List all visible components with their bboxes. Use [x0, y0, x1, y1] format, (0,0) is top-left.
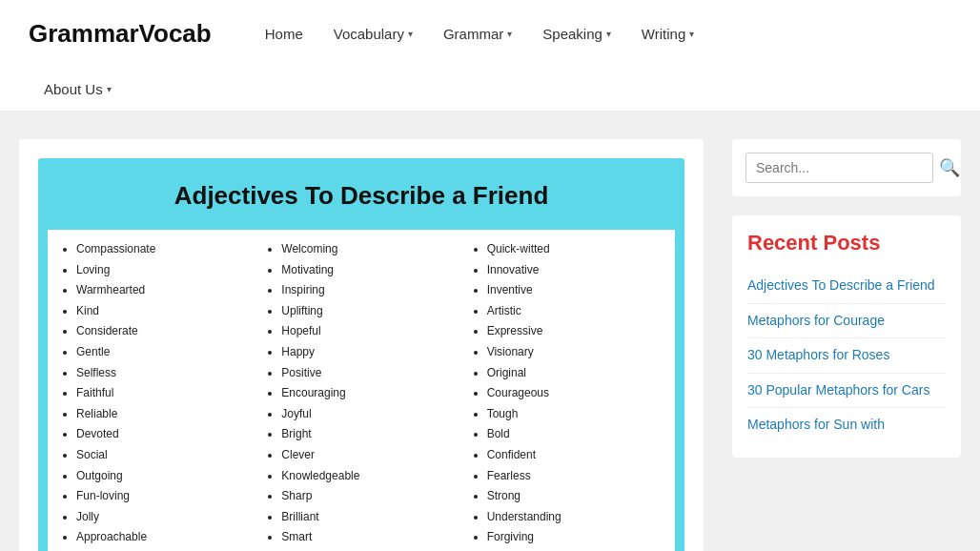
nav-item-about[interactable]: About Us ▾	[29, 68, 127, 111]
recent-post-roses[interactable]: 30 Metaphors for Roses	[747, 338, 946, 374]
adjectives-col-1: Compassionate Loving Warmhearted Kind Co…	[53, 239, 258, 548]
nav-second-row: About Us ▾	[29, 68, 951, 111]
search-box: 🔍	[732, 139, 961, 196]
adjectives-grid: Compassionate Loving Warmhearted Kind Co…	[48, 230, 675, 551]
chevron-down-icon: ▾	[606, 29, 611, 39]
list-item: Inspiring	[281, 280, 458, 301]
header: GrammarVocab Home Vocabulary ▾ Grammar ▾…	[0, 0, 980, 111]
list-item: Smart	[281, 527, 458, 548]
list-item: Quick-witted	[487, 239, 664, 260]
nav-item-grammar[interactable]: Grammar ▾	[428, 2, 527, 66]
list-item: Courageous	[487, 383, 664, 404]
recent-post-courage[interactable]: Metaphors for Courage	[747, 304, 946, 339]
sidebar: 🔍 Recent Posts Adjectives To Describe a …	[732, 139, 961, 458]
recent-post-cars[interactable]: 30 Popular Metaphors for Cars	[747, 374, 946, 409]
chevron-down-icon: ▾	[107, 84, 112, 94]
list-item: Strong	[487, 486, 664, 507]
recent-posts-box: Recent Posts Adjectives To Describe a Fr…	[732, 215, 961, 458]
list-item: Compassionate	[76, 239, 253, 260]
list-item: Innovative	[487, 260, 664, 281]
list-item: Jolly	[76, 507, 253, 528]
featured-image: Adjectives To Describe a Friend Compassi…	[38, 158, 684, 551]
recent-post-adjectives[interactable]: Adjectives To Describe a Friend	[747, 269, 946, 304]
nav-item-speaking[interactable]: Speaking ▾	[527, 2, 626, 66]
site-logo[interactable]: GrammarVocab	[29, 0, 212, 68]
list-item: Devoted	[76, 424, 253, 445]
nav-item-vocabulary[interactable]: Vocabulary ▾	[318, 2, 428, 66]
list-item: Artistic	[487, 301, 664, 322]
list-item: Bright	[281, 424, 458, 445]
list-item: Faithful	[76, 383, 253, 404]
list-item: Welcoming	[281, 239, 458, 260]
list-item: Positive	[281, 363, 458, 384]
list-item: Understanding	[487, 507, 664, 528]
chevron-down-icon: ▾	[507, 29, 512, 39]
list-item: Brilliant	[281, 507, 458, 528]
adjectives-list-2: Welcoming Motivating Inspiring Uplifting…	[264, 239, 458, 548]
nav-label-speaking: Speaking	[542, 26, 602, 42]
recent-post-sun[interactable]: Metaphors for Sun with	[747, 408, 946, 442]
list-item: Clever	[281, 445, 458, 466]
list-item: Loving	[76, 260, 253, 281]
list-item: Expressive	[487, 321, 664, 342]
list-item: Fearless	[487, 466, 664, 487]
list-item: Motivating	[281, 260, 458, 281]
list-item: Selfless	[76, 363, 253, 384]
adjectives-list-3: Quick-witted Innovative Inventive Artist…	[470, 239, 664, 548]
list-item: Considerate	[76, 321, 253, 342]
list-item: Reliable	[76, 404, 253, 425]
nav-label-vocabulary: Vocabulary	[334, 26, 404, 42]
nav-label-home: Home	[265, 26, 303, 42]
list-item: Fun-loving	[76, 486, 253, 507]
nav-item-home[interactable]: Home	[250, 2, 318, 66]
list-item: Confident	[487, 445, 664, 466]
list-item: Inventive	[487, 280, 664, 301]
search-input[interactable]	[745, 153, 933, 183]
list-item: Tough	[487, 404, 664, 425]
nav-label-grammar: Grammar	[443, 26, 503, 42]
list-item: Forgiving	[487, 527, 664, 548]
list-item: Joyful	[281, 404, 458, 425]
list-item: Bold	[487, 424, 664, 445]
list-item: Encouraging	[281, 383, 458, 404]
search-icon: 🔍	[939, 158, 960, 177]
adjectives-col-2: Welcoming Motivating Inspiring Uplifting…	[258, 239, 463, 548]
list-item: Uplifting	[281, 301, 458, 322]
list-item: Social	[76, 445, 253, 466]
chevron-down-icon: ▾	[408, 29, 413, 39]
main-wrapper: Adjectives To Describe a Friend Compassi…	[0, 111, 980, 551]
list-item: Original	[487, 363, 664, 384]
nav-label-writing: Writing	[642, 26, 685, 42]
search-button[interactable]: 🔍	[939, 157, 960, 178]
adjectives-list-1: Compassionate Loving Warmhearted Kind Co…	[59, 239, 253, 548]
nav-top: Home Vocabulary ▾ Grammar ▾ Speaking ▾ W…	[250, 2, 710, 66]
recent-posts-title: Recent Posts	[747, 231, 946, 255]
list-item: Gentle	[76, 342, 253, 363]
list-item: Kind	[76, 301, 253, 322]
featured-image-title: Adjectives To Describe a Friend	[48, 181, 675, 211]
nav-item-writing[interactable]: Writing ▾	[626, 2, 709, 66]
chevron-down-icon: ▾	[689, 29, 694, 39]
list-item: Visionary	[487, 342, 664, 363]
list-item: Warmhearted	[76, 280, 253, 301]
adjectives-col-3: Quick-witted Innovative Inventive Artist…	[464, 239, 669, 548]
list-item: Happy	[281, 342, 458, 363]
list-item: Sharp	[281, 486, 458, 507]
list-item: Knowledgeable	[281, 466, 458, 487]
nav-label-about: About Us	[44, 81, 103, 97]
list-item: Hopeful	[281, 321, 458, 342]
list-item: Approachable	[76, 527, 253, 548]
list-item: Outgoing	[76, 466, 253, 487]
article-area: Adjectives To Describe a Friend Compassi…	[19, 139, 704, 551]
